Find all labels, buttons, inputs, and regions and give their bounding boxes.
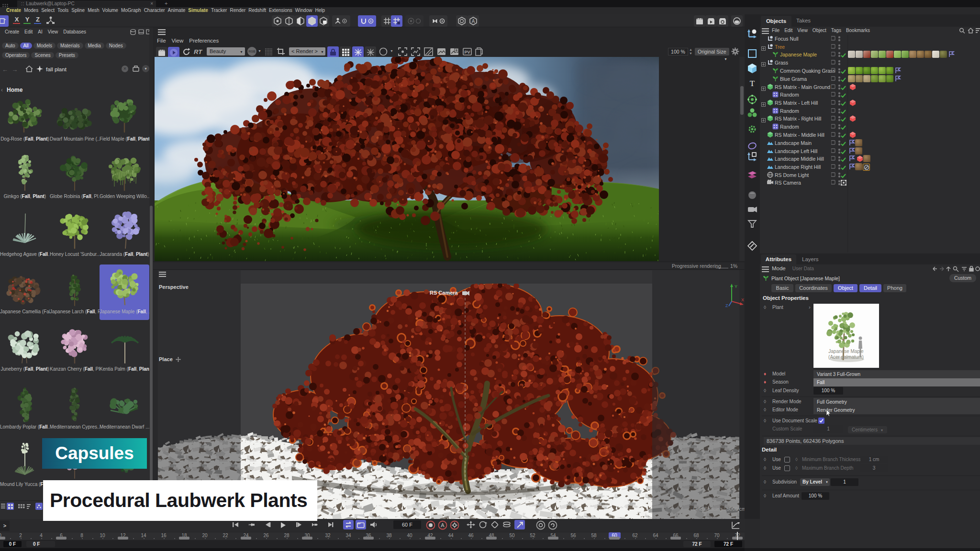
svg-text:A: A [441,522,445,528]
svg-text:X: X [741,298,744,302]
svg-text:Y: Y [735,284,737,289]
svg-text:Japanese Maple: Japanese Maple [828,349,864,354]
svg-text:(Acer palmatum): (Acer palmatum) [828,354,864,360]
svg-text:PV: PV [464,50,470,55]
svg-text:T: T [750,79,755,88]
svg-text:A: A [472,19,475,24]
svg-text:Z: Z [725,303,728,308]
